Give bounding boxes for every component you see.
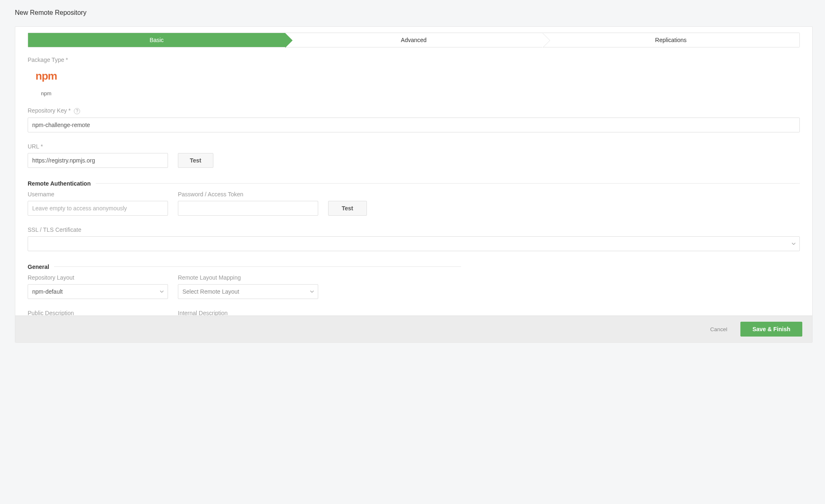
step-label: Advanced — [401, 37, 426, 43]
repo-layout-label: Repository Layout — [28, 274, 168, 281]
url-section: URL * Test — [28, 143, 800, 168]
remote-layout-label: Remote Layout Mapping — [178, 274, 318, 281]
step-replications[interactable]: Replications — [542, 33, 799, 47]
username-label: Username — [28, 191, 168, 198]
step-label: Basic — [149, 37, 163, 43]
page-title: New Remote Repository — [15, 9, 813, 16]
repo-key-input[interactable] — [28, 118, 800, 132]
url-label: URL * — [28, 143, 800, 150]
package-type-section: Package Type * npm npm — [28, 57, 800, 97]
ssl-select[interactable] — [28, 236, 800, 251]
general-legend: General — [28, 264, 461, 270]
step-advanced[interactable]: Advanced — [285, 33, 542, 47]
form-card: Basic Advanced Replications Package Type… — [15, 26, 813, 343]
package-type-card[interactable]: npm npm — [28, 71, 65, 97]
url-input[interactable] — [28, 153, 168, 168]
public-desc-label: Public Description — [28, 310, 168, 316]
test-url-button[interactable]: Test — [178, 153, 213, 168]
remote-layout-select[interactable]: Select Remote Layout — [178, 284, 318, 299]
ssl-label: SSL / TLS Certificate — [28, 226, 800, 233]
password-label: Password / Access Token — [178, 191, 318, 198]
remote-auth-legend: Remote Authentication — [28, 180, 800, 187]
cancel-button[interactable]: Cancel — [702, 326, 736, 332]
footer-bar: Cancel Save & Finish — [15, 316, 812, 342]
npm-logo-icon: npm — [35, 71, 57, 81]
help-icon[interactable]: ? — [74, 108, 80, 114]
save-finish-button[interactable]: Save & Finish — [740, 322, 802, 337]
ssl-section: SSL / TLS Certificate — [28, 226, 800, 251]
package-type-name: npm — [41, 90, 51, 97]
step-label: Replications — [655, 37, 686, 43]
internal-desc-label: Internal Description — [178, 310, 318, 316]
step-basic[interactable]: Basic — [28, 33, 285, 47]
username-input[interactable] — [28, 201, 168, 216]
password-input[interactable] — [178, 201, 318, 216]
package-type-label: Package Type * — [28, 57, 800, 63]
description-row: Public Description Internal Description — [28, 310, 800, 316]
remote-auth-row: Username Password / Access Token Test — [28, 191, 800, 216]
repo-key-label: Repository Key * ? — [28, 107, 800, 114]
layout-row: Repository Layout npm-default Remote Lay… — [28, 274, 800, 299]
wizard-steps: Basic Advanced Replications — [28, 33, 800, 47]
repo-layout-select[interactable]: npm-default — [28, 284, 168, 299]
test-auth-button[interactable]: Test — [328, 201, 367, 216]
repo-key-section: Repository Key * ? — [28, 107, 800, 132]
